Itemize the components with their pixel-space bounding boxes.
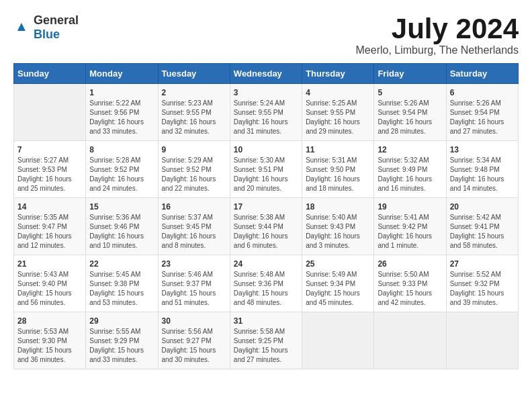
day-info: Sunrise: 5:55 AM Sunset: 9:29 PM Dayligh… — [89, 327, 154, 365]
day-info: Sunrise: 5:31 AM Sunset: 9:50 PM Dayligh… — [306, 156, 370, 193]
calendar-cell: 30Sunrise: 5:56 AM Sunset: 9:27 PM Dayli… — [158, 312, 230, 369]
day-number: 9 — [162, 145, 226, 154]
calendar-cell: 25Sunrise: 5:49 AM Sunset: 9:34 PM Dayli… — [302, 255, 374, 312]
day-number: 16 — [162, 202, 226, 212]
day-info: Sunrise: 5:50 AM Sunset: 9:33 PM Dayligh… — [378, 270, 442, 308]
day-info: Sunrise: 5:43 AM Sunset: 9:40 PM Dayligh… — [17, 270, 82, 308]
day-info: Sunrise: 5:25 AM Sunset: 9:55 PM Dayligh… — [306, 99, 370, 136]
day-info: Sunrise: 5:26 AM Sunset: 9:54 PM Dayligh… — [450, 99, 515, 136]
day-number: 1 — [89, 88, 154, 97]
calendar-cell: 21Sunrise: 5:43 AM Sunset: 9:40 PM Dayli… — [14, 255, 86, 312]
calendar-cell: 2Sunrise: 5:23 AM Sunset: 9:55 PM Daylig… — [158, 84, 230, 141]
header-day-thursday: Thursday — [302, 64, 374, 84]
week-row-2: 7Sunrise: 5:27 AM Sunset: 9:53 PM Daylig… — [14, 141, 519, 198]
day-info: Sunrise: 5:46 AM Sunset: 9:37 PM Dayligh… — [162, 270, 226, 308]
calendar-cell — [14, 84, 86, 141]
day-info: Sunrise: 5:29 AM Sunset: 9:52 PM Dayligh… — [162, 156, 226, 193]
calendar-cell: 13Sunrise: 5:34 AM Sunset: 9:48 PM Dayli… — [446, 141, 518, 198]
title-area: July 2024 Meerlo, Limburg, The Netherlan… — [356, 13, 519, 56]
day-info: Sunrise: 5:58 AM Sunset: 9:25 PM Dayligh… — [234, 327, 298, 365]
day-number: 12 — [378, 145, 442, 154]
calendar-cell: 8Sunrise: 5:28 AM Sunset: 9:52 PM Daylig… — [86, 141, 158, 198]
calendar-cell: 5Sunrise: 5:26 AM Sunset: 9:54 PM Daylig… — [374, 84, 446, 141]
day-info: Sunrise: 5:26 AM Sunset: 9:54 PM Dayligh… — [378, 99, 442, 136]
calendar-body: 1Sunrise: 5:22 AM Sunset: 9:56 PM Daylig… — [14, 84, 519, 369]
day-number: 25 — [306, 259, 370, 269]
calendar-cell: 1Sunrise: 5:22 AM Sunset: 9:56 PM Daylig… — [86, 84, 158, 141]
day-number: 7 — [17, 145, 82, 154]
day-number: 23 — [162, 259, 226, 269]
day-number: 31 — [234, 316, 298, 326]
day-number: 8 — [89, 145, 154, 154]
day-info: Sunrise: 5:24 AM Sunset: 9:55 PM Dayligh… — [234, 99, 298, 136]
day-info: Sunrise: 5:45 AM Sunset: 9:38 PM Dayligh… — [89, 270, 154, 308]
header-day-tuesday: Tuesday — [158, 64, 230, 84]
calendar-cell: 20Sunrise: 5:42 AM Sunset: 9:41 PM Dayli… — [446, 198, 518, 255]
day-info: Sunrise: 5:35 AM Sunset: 9:47 PM Dayligh… — [17, 213, 82, 250]
calendar-cell: 19Sunrise: 5:41 AM Sunset: 9:42 PM Dayli… — [374, 198, 446, 255]
header-day-wednesday: Wednesday — [230, 64, 302, 84]
logo-icon: ▲ — [13, 18, 32, 37]
calendar-cell: 26Sunrise: 5:50 AM Sunset: 9:33 PM Dayli… — [374, 255, 446, 312]
header-row: SundayMondayTuesdayWednesdayThursdayFrid… — [14, 64, 519, 84]
calendar-cell: 16Sunrise: 5:37 AM Sunset: 9:45 PM Dayli… — [158, 198, 230, 255]
day-number: 17 — [234, 202, 298, 212]
day-info: Sunrise: 5:42 AM Sunset: 9:41 PM Dayligh… — [450, 213, 515, 250]
subtitle: Meerlo, Limburg, The Netherlands — [356, 44, 519, 56]
day-info: Sunrise: 5:40 AM Sunset: 9:43 PM Dayligh… — [306, 213, 370, 250]
logo-text-general: General — [34, 13, 79, 27]
calendar-cell: 23Sunrise: 5:46 AM Sunset: 9:37 PM Dayli… — [158, 255, 230, 312]
calendar-cell: 12Sunrise: 5:32 AM Sunset: 9:49 PM Dayli… — [374, 141, 446, 198]
header-day-sunday: Sunday — [14, 64, 86, 84]
day-number: 21 — [17, 259, 82, 269]
day-number: 27 — [450, 259, 515, 269]
day-info: Sunrise: 5:48 AM Sunset: 9:36 PM Dayligh… — [234, 270, 298, 308]
calendar-cell: 4Sunrise: 5:25 AM Sunset: 9:55 PM Daylig… — [302, 84, 374, 141]
day-number: 13 — [450, 145, 515, 154]
day-info: Sunrise: 5:56 AM Sunset: 9:27 PM Dayligh… — [162, 327, 226, 365]
calendar-cell: 29Sunrise: 5:55 AM Sunset: 9:29 PM Dayli… — [86, 312, 158, 369]
day-number: 18 — [306, 202, 370, 212]
day-info: Sunrise: 5:52 AM Sunset: 9:32 PM Dayligh… — [450, 270, 515, 308]
logo: ▲ General Blue — [13, 13, 79, 42]
week-row-1: 1Sunrise: 5:22 AM Sunset: 9:56 PM Daylig… — [14, 84, 519, 141]
calendar-cell: 28Sunrise: 5:53 AM Sunset: 9:30 PM Dayli… — [14, 312, 86, 369]
calendar-table: SundayMondayTuesdayWednesdayThursdayFrid… — [13, 63, 519, 369]
day-number: 4 — [306, 88, 370, 97]
calendar-cell: 22Sunrise: 5:45 AM Sunset: 9:38 PM Dayli… — [86, 255, 158, 312]
day-number: 5 — [378, 88, 442, 97]
calendar-cell: 6Sunrise: 5:26 AM Sunset: 9:54 PM Daylig… — [446, 84, 518, 141]
day-number: 26 — [378, 259, 442, 269]
day-info: Sunrise: 5:28 AM Sunset: 9:52 PM Dayligh… — [89, 156, 154, 193]
day-number: 29 — [89, 316, 154, 326]
day-number: 20 — [450, 202, 515, 212]
calendar-cell: 18Sunrise: 5:40 AM Sunset: 9:43 PM Dayli… — [302, 198, 374, 255]
calendar-cell: 3Sunrise: 5:24 AM Sunset: 9:55 PM Daylig… — [230, 84, 302, 141]
day-number: 14 — [17, 202, 82, 212]
day-number: 30 — [162, 316, 226, 326]
calendar-cell — [302, 312, 374, 369]
day-info: Sunrise: 5:23 AM Sunset: 9:55 PM Dayligh… — [162, 99, 226, 136]
header-day-saturday: Saturday — [446, 64, 518, 84]
logo-text-blue: Blue — [34, 28, 60, 41]
calendar-cell: 24Sunrise: 5:48 AM Sunset: 9:36 PM Dayli… — [230, 255, 302, 312]
day-info: Sunrise: 5:37 AM Sunset: 9:45 PM Dayligh… — [162, 213, 226, 250]
calendar-header: SundayMondayTuesdayWednesdayThursdayFrid… — [14, 64, 519, 84]
calendar-cell — [374, 312, 446, 369]
day-number: 28 — [17, 316, 82, 326]
day-info: Sunrise: 5:30 AM Sunset: 9:51 PM Dayligh… — [234, 156, 298, 193]
day-info: Sunrise: 5:38 AM Sunset: 9:44 PM Dayligh… — [234, 213, 298, 250]
day-info: Sunrise: 5:49 AM Sunset: 9:34 PM Dayligh… — [306, 270, 370, 308]
header-day-friday: Friday — [374, 64, 446, 84]
week-row-3: 14Sunrise: 5:35 AM Sunset: 9:47 PM Dayli… — [14, 198, 519, 255]
day-number: 6 — [450, 88, 515, 97]
header: ▲ General Blue July 2024 Meerlo, Limburg… — [13, 13, 519, 56]
day-number: 2 — [162, 88, 226, 97]
calendar-cell: 27Sunrise: 5:52 AM Sunset: 9:32 PM Dayli… — [446, 255, 518, 312]
day-info: Sunrise: 5:27 AM Sunset: 9:53 PM Dayligh… — [17, 156, 82, 193]
calendar-cell: 15Sunrise: 5:36 AM Sunset: 9:46 PM Dayli… — [86, 198, 158, 255]
week-row-4: 21Sunrise: 5:43 AM Sunset: 9:40 PM Dayli… — [14, 255, 519, 312]
calendar-cell: 31Sunrise: 5:58 AM Sunset: 9:25 PM Dayli… — [230, 312, 302, 369]
day-number: 10 — [234, 145, 298, 154]
main-title: July 2024 — [356, 13, 519, 44]
